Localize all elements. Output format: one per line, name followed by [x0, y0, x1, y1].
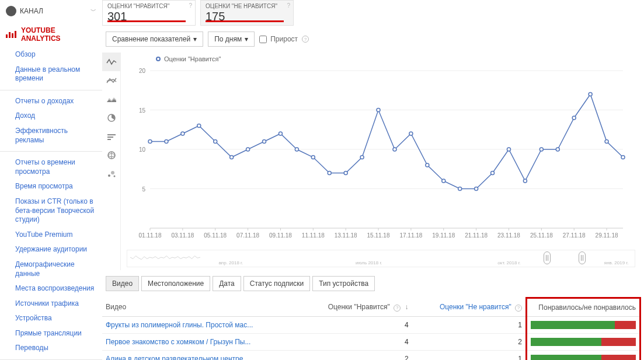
svg-text:21.11.18: 21.11.18	[465, 232, 488, 239]
tab[interactable]: Дата	[213, 276, 241, 291]
svg-point-68	[458, 187, 462, 191]
svg-text:19.11.18: 19.11.18	[432, 232, 455, 239]
card-likes[interactable]: ? ОЦЕНКИ "НРАВИТСЯ" 301	[102, 0, 196, 26]
sidebar-item[interactable]: Время просмотра	[0, 179, 102, 194]
main-content: ? ОЦЕНКИ "НРАВИТСЯ" 301 ? ОЦЕНКИ "НЕ НРА…	[102, 0, 644, 360]
help-icon[interactable]: ?	[287, 2, 290, 9]
col-ratio[interactable]: Понравилось/не понравилось	[527, 298, 640, 317]
growth-toggle[interactable]: Прирост ?	[259, 35, 309, 43]
col-likes[interactable]: Оценки "Нравится" ? ↓	[301, 298, 412, 317]
svg-point-51	[181, 132, 185, 135]
sidebar-item[interactable]: Эффективность рекламы	[0, 124, 102, 148]
sidebar-item[interactable]: Отчеты о времени просмотра	[0, 155, 102, 179]
svg-point-54	[230, 156, 234, 159]
help-icon[interactable]: ?	[394, 305, 401, 312]
video-link[interactable]: Первое знакомство с хомяком / Грызун Пы.…	[106, 338, 250, 346]
svg-point-9	[113, 176, 115, 177]
compare-metrics-button[interactable]: Сравнение показателей▾	[106, 32, 203, 47]
sidebar: КАНАЛ ﹀ YOUTUBE ANALYTICS ОбзорДанные в …	[0, 0, 102, 360]
dislikes-cell: 1	[412, 351, 527, 361]
range-handle-end[interactable]	[579, 251, 586, 264]
svg-text:23.11.18: 23.11.18	[497, 232, 520, 239]
map-chart-icon[interactable]	[102, 146, 120, 165]
granularity-button[interactable]: По дням▾	[208, 32, 255, 47]
svg-point-59	[311, 156, 315, 159]
video-link[interactable]: Алина в детском развлекательном центре	[106, 355, 243, 360]
line-chart-icon[interactable]	[102, 53, 120, 71]
sidebar-item[interactable]: Удержание аудитории	[0, 242, 102, 257]
caret-down-icon: ▾	[193, 35, 197, 43]
col-ratio-label: Понравилось/не понравилось	[538, 303, 636, 312]
svg-point-66	[426, 163, 429, 167]
tab[interactable]: Тип устройства	[312, 276, 375, 291]
sidebar-item[interactable]: Отчеты о доходах	[0, 94, 102, 109]
pie-chart-icon[interactable]	[102, 109, 120, 127]
sidebar-item[interactable]: Демографические данные	[0, 257, 102, 281]
sidebar-item[interactable]: Прямые трансляции	[0, 326, 102, 341]
svg-rect-3	[107, 134, 116, 135]
legend-label: Оценки "Нравится"	[164, 55, 221, 62]
svg-point-52	[197, 124, 201, 128]
sidebar-item[interactable]: Переводы	[0, 341, 102, 356]
sidebar-item[interactable]: Показы и CTR (только в бета-версии Творч…	[0, 194, 102, 228]
videos-table: Видео Оценки "Нравится" ? ↓ Оценки "Не н…	[102, 297, 641, 360]
svg-point-60	[328, 172, 331, 175]
bar-chart-icon[interactable]	[102, 127, 120, 146]
table-row: Первое знакомство с хомяком / Грызун Пы.…	[102, 334, 640, 351]
sort-down-icon: ↓	[405, 303, 409, 311]
svg-text:05.11.18: 05.11.18	[204, 232, 227, 239]
compare-label: Сравнение показателей	[112, 35, 190, 43]
minimap-label: янв. 2019 г.	[604, 260, 629, 265]
channel-selector[interactable]: КАНАЛ ﹀	[0, 3, 102, 19]
sidebar-item[interactable]: Данные в реальном времени	[0, 62, 102, 86]
sidebar-item[interactable]: Устройства	[0, 311, 102, 326]
svg-point-50	[165, 140, 168, 144]
col-dislikes-label: Оценки "Не нравится"	[440, 303, 511, 311]
col-dislikes[interactable]: Оценки "Не нравится" ?	[412, 298, 527, 317]
granularity-label: По дням	[214, 35, 242, 43]
help-icon[interactable]: ?	[302, 36, 309, 43]
growth-checkbox[interactable]	[259, 36, 267, 43]
svg-point-7	[108, 174, 110, 177]
svg-point-62	[360, 156, 364, 159]
col-video[interactable]: Видео	[102, 298, 301, 317]
svg-point-49	[148, 140, 152, 144]
card-dislikes-label: ОЦЕНКИ "НЕ НРАВИТСЯ"	[206, 3, 288, 9]
sidebar-item[interactable]: Места воспроизведения	[0, 281, 102, 296]
svg-point-75	[572, 116, 576, 120]
svg-point-72	[523, 179, 527, 183]
minimap-label: окт. 2018 г.	[497, 260, 520, 265]
svg-point-70	[491, 172, 495, 175]
chart-type-toolbar	[102, 53, 121, 270]
card-likes-label: ОЦЕНКИ "НРАВИТСЯ"	[107, 3, 190, 9]
svg-text:25.11.18: 25.11.18	[530, 232, 553, 239]
dislikes-cell: 2	[412, 334, 527, 351]
bubble-chart-icon[interactable]	[102, 165, 120, 183]
tab[interactable]: Видео	[106, 276, 139, 291]
avatar-icon	[6, 6, 16, 16]
svg-text:11.11.18: 11.11.18	[302, 232, 325, 239]
svg-text:5: 5	[142, 186, 145, 193]
underline	[107, 20, 186, 22]
ratio-bar	[531, 338, 636, 346]
tab[interactable]: Местоположение	[141, 276, 210, 291]
range-handle-start[interactable]	[544, 251, 551, 264]
sidebar-item[interactable]: Источники трафика	[0, 296, 102, 312]
svg-text:13.11.18: 13.11.18	[335, 232, 357, 239]
video-link[interactable]: Фрукты из полимерной глины. Простой мас.…	[106, 321, 253, 329]
svg-point-64	[393, 148, 396, 151]
likes-cell: 4	[301, 334, 412, 351]
sidebar-item[interactable]: YouTube Premium	[0, 228, 102, 243]
sidebar-item[interactable]: Доход	[0, 109, 102, 124]
help-icon[interactable]: ?	[189, 2, 192, 9]
legend-dot-icon	[156, 57, 161, 61]
card-dislikes[interactable]: ? ОЦЕНКИ "НЕ НРАВИТСЯ" 175	[200, 0, 294, 26]
timeline-minimap[interactable]: апр. 2018 г.июль 2018 г.окт. 2018 г.янв.…	[127, 250, 635, 267]
multi-line-chart-icon[interactable]	[102, 71, 120, 90]
help-icon[interactable]: ?	[515, 305, 522, 312]
sidebar-item[interactable]: Обзор	[0, 47, 102, 62]
svg-rect-5	[107, 139, 111, 140]
stacked-area-chart-icon[interactable]	[102, 90, 120, 109]
dislikes-cell: 1	[412, 317, 527, 334]
tab[interactable]: Статус подписки	[243, 276, 310, 291]
